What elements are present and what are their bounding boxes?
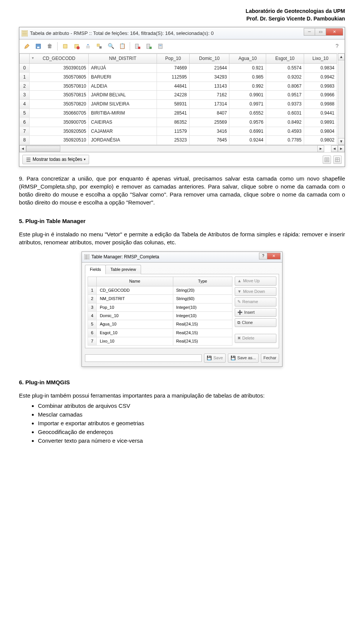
close-button[interactable]: ✕ [326, 28, 343, 36]
scroll-left-2-icon[interactable]: ◄ [331, 145, 338, 152]
cell[interactable]: 0.9942 [304, 72, 337, 82]
cell[interactable]: 0.9244 [229, 136, 266, 145]
tm-name-cell[interactable]: NM_DISTRIT [97, 295, 173, 303]
save-button[interactable]: 💾Save [204, 354, 226, 362]
close-tm-button[interactable]: Fechar [261, 354, 279, 362]
col-pop-10[interactable]: Pop_10 [157, 54, 190, 64]
row-index[interactable]: 5 [20, 108, 30, 118]
row-index[interactable]: 0 [20, 63, 30, 72]
move-up-button[interactable]: ▲Move Up [235, 277, 276, 285]
cell[interactable]: 0.9971 [229, 100, 266, 109]
tm-table-row[interactable]: 7Lixo_10Real(24,15) [88, 337, 232, 346]
tm-type-cell[interactable]: Real(24,15) [173, 337, 232, 346]
row-index[interactable]: 1 [20, 72, 30, 82]
tm-close-button[interactable]: ✕ [267, 253, 281, 259]
tab-table-preview[interactable]: Table preview [105, 265, 141, 274]
cell[interactable]: 350570810 [30, 82, 89, 91]
cell[interactable]: 0.5574 [266, 63, 304, 72]
row-index[interactable]: 4 [20, 100, 30, 109]
tm-type-cell[interactable]: Integer(10) [173, 311, 232, 320]
cell[interactable]: 350660705 [30, 108, 89, 118]
tm-name-cell[interactable]: Pop_10 [97, 303, 173, 311]
cell[interactable]: 0.9901 [229, 91, 266, 100]
tm-table-row[interactable]: 6Esgot_10Real(24,15) [88, 329, 232, 337]
save-as-button[interactable]: 💾Save as... [228, 354, 259, 362]
cell[interactable]: 17314 [189, 100, 229, 109]
cell[interactable]: 0.9834 [304, 63, 337, 72]
tm-type-cell[interactable]: Real(24,15) [173, 329, 232, 337]
cell[interactable]: 86352 [157, 118, 190, 127]
cell[interactable]: 7645 [189, 136, 229, 145]
deselect-tool-icon[interactable] [72, 42, 81, 51]
table-row[interactable]: 3350570815JARDIM BELVAL2422871620.99010.… [20, 91, 337, 100]
cell[interactable]: 0.4593 [266, 127, 304, 136]
cell[interactable]: 11579 [157, 127, 190, 136]
tm-row-index[interactable]: 6 [88, 329, 97, 337]
cell[interactable]: 350390105 [30, 63, 89, 72]
cell[interactable]: ALDEIA [89, 82, 157, 91]
col-domic-10[interactable]: Domic_10 [189, 54, 229, 64]
show-all-features-button[interactable]: Mostrar todas as feições ▾ [22, 155, 89, 164]
insert-button[interactable]: ➕Insert [235, 308, 276, 317]
tm-table-row[interactable]: 2NM_DISTRITString(60) [88, 295, 232, 303]
save-tool-icon[interactable] [34, 42, 43, 51]
tm-name-cell[interactable]: Agua_10 [97, 320, 173, 329]
cell[interactable]: 8407 [189, 108, 229, 118]
cell[interactable]: 0.9517 [266, 91, 304, 100]
cell[interactable]: ARUJÁ [89, 63, 157, 72]
tm-row-index[interactable]: 4 [88, 311, 97, 320]
col-esgot-10[interactable]: Esgot_10 [266, 54, 304, 64]
tm-name-cell[interactable]: CD_GEOCODD [97, 286, 173, 294]
tm-table-row[interactable]: 4Domic_10Integer(10) [88, 311, 232, 320]
maximize-button[interactable]: ▭ [315, 28, 326, 36]
row-index[interactable]: 3 [20, 91, 30, 100]
tm-row-index[interactable]: 1 [88, 286, 97, 294]
delete-button[interactable]: ✖Delete [235, 334, 276, 343]
help-button[interactable]: ? [333, 42, 342, 51]
cell[interactable]: 0.9804 [304, 127, 337, 136]
cell[interactable]: 350920510 [30, 136, 89, 145]
tm-name-cell[interactable]: Lixo_10 [97, 337, 173, 346]
cell[interactable]: 44841 [157, 82, 190, 91]
calculator-tool-icon[interactable] [156, 42, 165, 51]
cell[interactable]: BARUERI [89, 72, 157, 82]
tm-type-cell[interactable]: String(20) [173, 286, 232, 294]
cell[interactable]: 112595 [157, 72, 190, 82]
rename-button[interactable]: ✎Rename [235, 297, 276, 306]
table-row[interactable]: 2350570810ALDEIA44841131430.9920.80670.9… [20, 82, 337, 91]
cell[interactable]: BIRITIBA-MIRIM [89, 108, 157, 118]
scroll-right-2-icon[interactable]: ► [338, 145, 345, 152]
cell[interactable]: 350570815 [30, 91, 89, 100]
cell[interactable]: 24228 [157, 91, 190, 100]
tm-type-cell[interactable]: Integer(10) [173, 303, 232, 311]
table-row[interactable]: 7350920505CAJAMAR1157934160.69910.45930.… [20, 127, 337, 136]
cell[interactable]: 0.992 [229, 82, 266, 91]
zoom-tool-icon[interactable]: 🔍 [106, 42, 115, 51]
cell[interactable]: 0.9202 [266, 72, 304, 82]
cell[interactable]: 34293 [189, 72, 229, 82]
cell[interactable]: 58931 [157, 100, 190, 109]
cell[interactable]: 25323 [157, 136, 190, 145]
table-row[interactable]: 0350390105ARUJÁ74669216440.9210.55740.98… [20, 63, 337, 72]
cell[interactable]: 0.8067 [266, 82, 304, 91]
cell[interactable]: 0.9891 [304, 118, 337, 127]
cell[interactable]: 21644 [189, 63, 229, 72]
row-index[interactable]: 7 [20, 127, 30, 136]
form-view-button[interactable] [323, 156, 331, 164]
row-index[interactable]: 2 [20, 82, 30, 91]
cell[interactable]: 0.6031 [266, 108, 304, 118]
tm-row-index[interactable]: 3 [88, 303, 97, 311]
cell[interactable]: 0.9802 [304, 136, 337, 145]
table-row[interactable]: 6350900705CAIEIRAS86352255690.95760.8492… [20, 118, 337, 127]
cell[interactable]: 0.985 [229, 72, 266, 82]
move-down-button[interactable]: ▼Move Down [235, 287, 276, 296]
cell[interactable]: 0.921 [229, 63, 266, 72]
cell[interactable]: JARDIM BELVAL [89, 91, 157, 100]
cell[interactable]: 7162 [189, 91, 229, 100]
cell[interactable]: 3416 [189, 127, 229, 136]
table-row[interactable]: 4350570820JARDIM SILVEIRA58931173140.997… [20, 100, 337, 109]
column-delete-icon[interactable] [133, 42, 142, 51]
tm-row-index[interactable]: 7 [88, 337, 97, 346]
tm-col-type[interactable]: Type [173, 277, 232, 286]
cell[interactable]: JORDANÉSIA [89, 136, 157, 145]
